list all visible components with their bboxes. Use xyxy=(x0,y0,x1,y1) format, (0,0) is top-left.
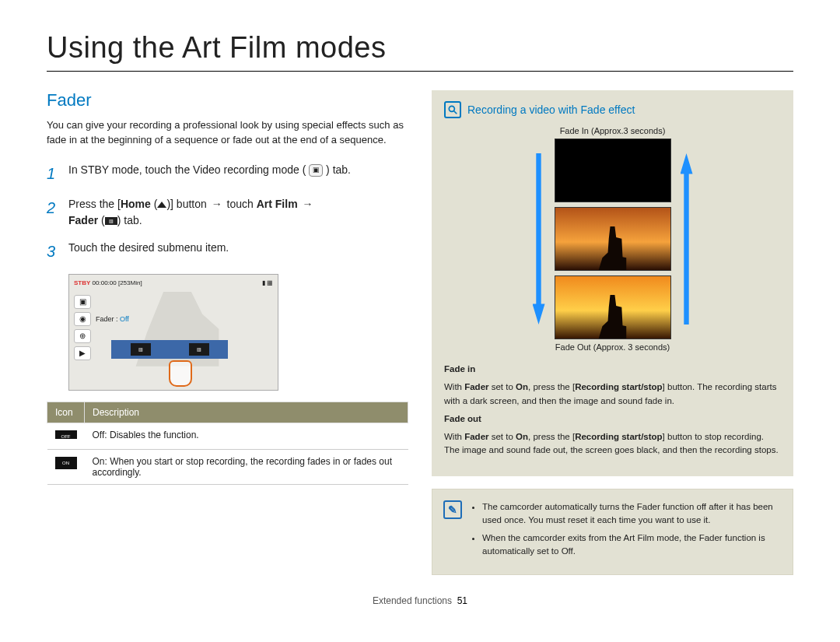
note-title: Recording a video with Fade effect xyxy=(467,103,635,116)
step-2: Press the [Home ()] button → touch Art F… xyxy=(68,196,408,229)
info-icon: ✎ xyxy=(443,500,462,519)
lcd-zoom-icon: ⊕ xyxy=(74,329,91,343)
fade-frame-full xyxy=(555,275,671,339)
page-title: Using the Art Film modes xyxy=(47,31,793,72)
step2-c: touch xyxy=(224,198,257,210)
svg-line-1 xyxy=(454,111,457,114)
step-3: Touch the desired submenu item. xyxy=(68,240,408,263)
info-bullet: When the camcorder exits from the Art Fi… xyxy=(482,531,782,559)
touch-hand-icon xyxy=(169,360,192,387)
lcd-mode-video-icon: ▣ xyxy=(74,295,91,309)
lcd-chip-off: ▥ xyxy=(131,343,151,356)
fade-in-caption: Fade In (Approx.3 seconds) xyxy=(560,126,666,135)
lcd-battery-icon: ▮ ▦ xyxy=(262,279,273,286)
row0-rest: : Disables the function. xyxy=(104,430,198,440)
fade-out-head: Fade out xyxy=(444,414,481,423)
row1-rest: : When you start or stop recording, the … xyxy=(93,456,393,478)
icon-description-table: Icon Description OFF Off: Disables the f… xyxy=(47,402,408,485)
lcd-screenshot: STBY 00:00:00 [253Min] ▮ ▦ ▣ ◉ ⊕ ▶ Fader… xyxy=(68,274,278,391)
table-row: ON On: When you start or stop recording,… xyxy=(47,449,408,484)
th-icon: Icon xyxy=(47,402,85,423)
fade-out-caption: Fade Out (Approx. 3 seconds) xyxy=(555,342,670,352)
th-description: Description xyxy=(85,402,408,423)
footer-section: Extended functions xyxy=(373,595,452,606)
footer-page-number: 51 xyxy=(457,595,467,606)
lcd-stby: STBY xyxy=(74,279,90,286)
artfilm-label: Art Film xyxy=(257,198,298,210)
step2-e: ( xyxy=(98,214,105,226)
arrow-down-icon xyxy=(533,153,545,325)
fader-icon: ▥ xyxy=(105,217,117,225)
fader-on-icon: ON xyxy=(55,457,77,469)
info-box: ✎ The camcorder automatically turns the … xyxy=(432,489,793,575)
section-heading-fader: Fader xyxy=(47,90,408,111)
video-mode-icon: ▣ xyxy=(309,164,323,177)
info-bullet: The camcorder automatically turns the Fa… xyxy=(482,500,782,528)
arrow-up-icon xyxy=(681,153,693,325)
step-1: In STBY mode, touch the Video recording … xyxy=(68,162,408,185)
fade-in-description: Fade in With Fader set to On, press the … xyxy=(444,363,781,458)
row0-bold: Off xyxy=(93,430,105,440)
table-row: OFF Off: Disables the function. xyxy=(47,423,408,449)
left-column: Fader You can give your recording a prof… xyxy=(47,90,408,575)
arrow-icon: → xyxy=(302,196,313,212)
svg-point-0 xyxy=(449,106,454,111)
step1-text-a: In STBY mode, touch the Video recording … xyxy=(68,163,306,176)
fade-in-head: Fade in xyxy=(444,364,475,374)
fader-off-icon: OFF xyxy=(55,430,77,443)
magnifier-icon xyxy=(444,101,461,118)
steps-list: In STBY mode, touch the Video recording … xyxy=(47,162,408,263)
lcd-option-strip: ▥ ▥ xyxy=(111,340,228,359)
intro-text: You can give your recording a profession… xyxy=(47,118,408,148)
right-column: Recording a video with Fade effect Fade … xyxy=(432,90,793,575)
fader-label: Fader xyxy=(68,214,98,226)
row1-bold: On xyxy=(93,456,105,467)
recording-note-box: Recording a video with Fade effect Fade … xyxy=(432,90,793,476)
arrow-icon: → xyxy=(212,196,222,212)
home-label: Home xyxy=(121,198,151,210)
fade-frame-black xyxy=(555,139,671,202)
step2-a: Press the [ xyxy=(68,198,121,210)
fade-frame-mid xyxy=(555,207,671,271)
lcd-time: 00:00:00 [253Min] xyxy=(93,279,142,286)
lcd-mode-photo-icon: ◉ xyxy=(74,312,91,326)
lcd-play-icon: ▶ xyxy=(74,346,91,360)
step1-text-b: ) tab. xyxy=(326,163,351,176)
step2-b: ] button xyxy=(170,198,210,210)
step2-f: ) tab. xyxy=(117,214,142,226)
lcd-chip-on: ▥ xyxy=(189,343,209,356)
home-icon xyxy=(157,202,166,208)
page-footer: Extended functions 51 xyxy=(47,595,793,606)
lcd-fader-label: Fader : Off xyxy=(96,315,129,323)
